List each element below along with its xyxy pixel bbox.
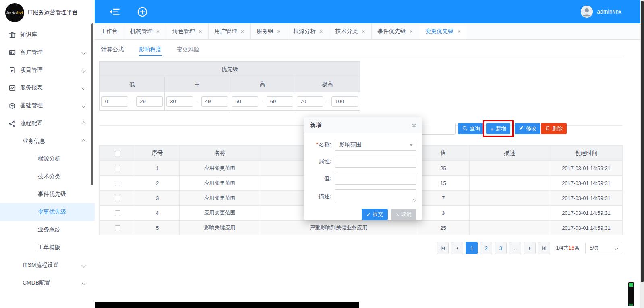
close-icon[interactable]: × [457, 28, 461, 34]
range-low-min-input[interactable] [101, 96, 128, 107]
sidebar-item-label: CMDB配置 [23, 279, 50, 287]
value-input[interactable] [335, 173, 416, 185]
subtab-impact-level[interactable]: 影响程度 [139, 43, 162, 56]
page-scrollbar-track[interactable] [640, 0, 644, 308]
form-row-value: 值: [310, 173, 416, 185]
close-icon[interactable]: × [277, 28, 281, 34]
range-medium-max-input[interactable] [201, 96, 228, 107]
close-icon[interactable]: × [199, 28, 202, 34]
pagination-last-button[interactable] [538, 242, 550, 254]
sidebar-item-customer-mgmt[interactable]: 客户管理 [0, 44, 95, 61]
chevron-down-icon [82, 104, 86, 108]
name-label: *名称: [310, 141, 331, 148]
name-select[interactable]: 影响范围 [335, 139, 416, 151]
row-checkbox[interactable] [115, 166, 120, 171]
sidebar-item-label: 服务报表 [20, 84, 43, 92]
sidebar-item-business-info[interactable]: 业务信息 [0, 132, 95, 150]
pagination-ellipsis[interactable]: .. [509, 242, 521, 254]
add-circle-icon[interactable] [137, 6, 148, 17]
range-low-max-input[interactable] [136, 96, 163, 107]
tab-root-cause[interactable]: 根源分析 × [287, 23, 329, 39]
cancel-button[interactable]: × 取消 [391, 209, 416, 220]
sidebar-item-project-mgmt[interactable]: 项目管理 [0, 61, 95, 79]
cell-desc [470, 191, 550, 206]
sidebar-item-cmdb-config[interactable]: CMDB配置 [0, 274, 95, 292]
row-checkbox[interactable] [115, 225, 120, 231]
sidebar-item-label: 客户管理 [20, 49, 43, 56]
summary-count: 16 [569, 245, 574, 251]
sidebar-item-itsm-process[interactable]: ITSM流程设置 [0, 256, 95, 274]
collapse-sidebar-icon[interactable] [109, 7, 120, 17]
summary-suffix: 条 [574, 245, 580, 251]
cell-value: 15 [417, 176, 470, 191]
sidebar-scrollbar[interactable] [91, 23, 93, 185]
chevron-down-icon [615, 246, 619, 250]
add-button[interactable]: + 新增 [486, 123, 510, 134]
sidebar-item-root-cause[interactable]: 根源分析 [0, 150, 95, 168]
pagination-next-button[interactable] [524, 242, 536, 254]
range-medium-min-input[interactable] [166, 96, 193, 107]
sidebar-item-ticket-template[interactable]: 工单模版 [0, 239, 95, 256]
close-icon[interactable]: × [362, 28, 365, 34]
sidebar-item-process-config[interactable]: 流程配置 [0, 114, 95, 132]
subtab-change-risk[interactable]: 变更风险 [177, 43, 199, 56]
cell-seq: 5 [135, 221, 180, 235]
tab-org-mgmt[interactable]: 机构管理 × [124, 23, 166, 39]
range-critical-max-input[interactable] [331, 96, 358, 107]
tab-label: 工作台 [101, 28, 118, 35]
cell-desc [470, 176, 550, 191]
close-icon[interactable]: × [319, 28, 323, 34]
tab-service-group[interactable]: 服务组 × [251, 23, 287, 39]
range-critical-min-input[interactable] [297, 96, 323, 107]
pagination-page-3[interactable]: 3 [495, 242, 507, 254]
pagination-page-1[interactable]: 1 [466, 242, 478, 254]
submit-button[interactable]: ✓ 提交 [362, 209, 388, 220]
tab-workbench[interactable]: 工作台 [95, 23, 124, 39]
pagination-first-button[interactable] [437, 242, 449, 254]
edit-button[interactable]: 修改 [515, 123, 540, 134]
query-button[interactable]: 查询 [458, 123, 484, 134]
sidebar-item-tech-category[interactable]: 技术分类 [0, 168, 95, 185]
row-checkbox[interactable] [115, 196, 120, 201]
close-icon[interactable]: × [241, 28, 244, 34]
tab-role-mgmt[interactable]: 角色管理 × [166, 23, 209, 39]
pencil-icon [519, 125, 524, 132]
range-high-min-input[interactable] [232, 96, 258, 107]
cell-desc [470, 206, 550, 221]
tab-change-priority[interactable]: 变更优先级 × [419, 23, 467, 39]
user-avatar[interactable] [581, 6, 593, 18]
table-row: 5 影响关键应用 严重影响到关键业务应用 25 2017-03-01 14:59… [100, 221, 623, 235]
tab-user-mgmt[interactable]: 用户管理 × [209, 23, 251, 39]
range-high-max-input[interactable] [267, 96, 293, 107]
close-icon[interactable]: × [156, 28, 160, 34]
row-checkbox[interactable] [115, 210, 120, 216]
tab-tech-category[interactable]: 技术分类 × [329, 23, 372, 39]
page-size-value: 5/页 [590, 244, 599, 252]
cell-value: 25 [417, 221, 470, 235]
attr-input[interactable] [335, 156, 416, 168]
page-scrollbar-thumb[interactable] [641, 1, 644, 282]
desc-textarea[interactable] [335, 189, 416, 203]
logo-text-accent: hot [17, 10, 23, 15]
sidebar-item-incident-priority[interactable]: 事件优先级 [0, 185, 95, 203]
user-menu[interactable]: admin#nx [581, 6, 621, 18]
page-size-select[interactable]: 5/页 [585, 242, 622, 254]
sidebar-item-business-system[interactable]: 业务系统 [0, 221, 95, 239]
close-icon[interactable]: × [412, 121, 416, 129]
sidebar-menu: 知识库 客户管理 项目管理 服务报表 基础管理 [0, 26, 95, 292]
pagination-prev-button[interactable] [451, 242, 463, 254]
row-checkbox[interactable] [115, 181, 120, 186]
dialog-title: 新增 [310, 121, 322, 129]
required-mark: * [316, 141, 318, 148]
tab-incident-priority[interactable]: 事件优先级 × [372, 23, 420, 39]
select-all-checkbox[interactable] [115, 151, 120, 156]
pagination-page-2[interactable]: 2 [480, 242, 492, 254]
close-icon[interactable]: × [410, 28, 413, 34]
close-icon: × [396, 212, 399, 218]
sidebar-item-knowledge-base[interactable]: 知识库 [0, 26, 95, 44]
sidebar-item-change-priority[interactable]: 变更优先级 [0, 203, 95, 221]
sidebar-item-service-report[interactable]: 服务报表 [0, 79, 95, 97]
delete-button[interactable]: 删除 [541, 123, 567, 134]
subtab-calc-formula[interactable]: 计算公式 [101, 43, 124, 56]
sidebar-item-basic-mgmt[interactable]: 基础管理 [0, 97, 95, 114]
